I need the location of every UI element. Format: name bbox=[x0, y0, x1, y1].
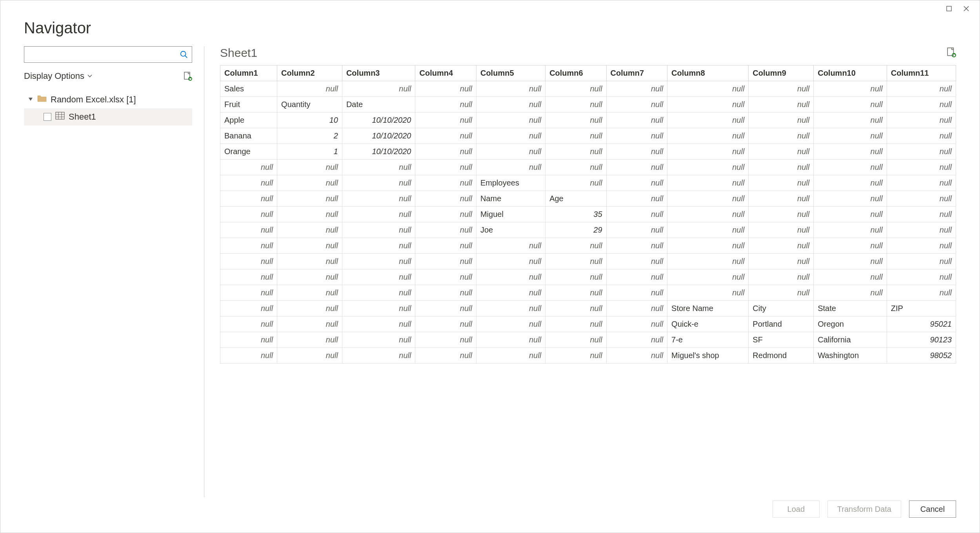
preview-table-wrap[interactable]: Column1Column2Column3Column4Column5Colum… bbox=[220, 65, 956, 364]
table-cell: null bbox=[277, 207, 342, 222]
right-panel: Sheet1 bbox=[204, 46, 956, 497]
table-cell: null bbox=[814, 207, 887, 222]
collapse-caret-icon[interactable] bbox=[28, 98, 33, 102]
table-cell: null bbox=[545, 113, 606, 128]
table-cell: null bbox=[667, 175, 749, 191]
refresh-preview-button[interactable] bbox=[947, 47, 956, 59]
table-cell: null bbox=[606, 175, 667, 191]
table-cell: null bbox=[415, 285, 476, 301]
table-cell: null bbox=[476, 97, 545, 113]
table-cell: null bbox=[887, 175, 956, 191]
refresh-tree-button[interactable] bbox=[184, 71, 192, 81]
close-icon bbox=[964, 6, 969, 11]
left-panel: Display Options bbox=[24, 46, 204, 497]
table-row: nullnullnullnullnullnullnull7-eSFCalifor… bbox=[220, 332, 956, 348]
table-cell: null bbox=[476, 317, 545, 332]
table-cell: null bbox=[887, 144, 956, 160]
column-header[interactable]: Column10 bbox=[814, 65, 887, 81]
search-box[interactable] bbox=[24, 46, 192, 63]
table-cell: null bbox=[606, 348, 667, 364]
table-cell: null bbox=[342, 332, 415, 348]
table-cell: null bbox=[814, 238, 887, 254]
table-cell: null bbox=[342, 191, 415, 207]
table-cell: null bbox=[814, 269, 887, 285]
table-cell: null bbox=[606, 113, 667, 128]
table-cell: 1 bbox=[277, 144, 342, 160]
table-cell: Quantity bbox=[277, 97, 342, 113]
table-cell: null bbox=[415, 269, 476, 285]
table-cell: null bbox=[749, 175, 814, 191]
table-cell: null bbox=[887, 285, 956, 301]
column-header[interactable]: Column7 bbox=[606, 65, 667, 81]
table-cell: 2 bbox=[277, 128, 342, 144]
column-header[interactable]: Column2 bbox=[277, 65, 342, 81]
table-cell: Store Name bbox=[667, 301, 749, 317]
table-cell: 7-e bbox=[667, 332, 749, 348]
transform-data-button[interactable]: Transform Data bbox=[827, 500, 901, 518]
table-cell: null bbox=[277, 191, 342, 207]
table-cell: null bbox=[545, 238, 606, 254]
table-cell: null bbox=[415, 191, 476, 207]
column-header[interactable]: Column6 bbox=[545, 65, 606, 81]
column-header[interactable]: Column8 bbox=[667, 65, 749, 81]
table-cell: City bbox=[749, 301, 814, 317]
column-header[interactable]: Column3 bbox=[342, 65, 415, 81]
tree-file-label: Random Excel.xlsx [1] bbox=[51, 95, 136, 105]
table-cell: null bbox=[220, 285, 277, 301]
column-header[interactable]: Column1 bbox=[220, 65, 277, 81]
column-header[interactable]: Column4 bbox=[415, 65, 476, 81]
search-input[interactable] bbox=[24, 50, 176, 59]
table-cell: null bbox=[606, 81, 667, 97]
table-cell: null bbox=[277, 254, 342, 269]
table-cell: null bbox=[887, 191, 956, 207]
column-header[interactable]: Column5 bbox=[476, 65, 545, 81]
table-cell: null bbox=[667, 144, 749, 160]
column-header[interactable]: Column11 bbox=[887, 65, 956, 81]
table-cell: ZIP bbox=[887, 301, 956, 317]
table-cell: null bbox=[342, 301, 415, 317]
table-cell: null bbox=[749, 285, 814, 301]
maximize-button[interactable] bbox=[940, 3, 958, 15]
load-button[interactable]: Load bbox=[773, 500, 820, 518]
table-cell: null bbox=[415, 317, 476, 332]
table-cell: null bbox=[220, 332, 277, 348]
column-header[interactable]: Column9 bbox=[749, 65, 814, 81]
close-button[interactable] bbox=[958, 3, 975, 15]
table-cell: null bbox=[606, 207, 667, 222]
table-cell: Apple bbox=[220, 113, 277, 128]
display-options-button[interactable]: Display Options bbox=[24, 71, 92, 81]
table-cell: State bbox=[814, 301, 887, 317]
table-cell: null bbox=[220, 207, 277, 222]
table-cell: Fruit bbox=[220, 97, 277, 113]
table-cell: Oregon bbox=[814, 317, 887, 332]
table-cell: null bbox=[545, 285, 606, 301]
tree-sheet-node[interactable]: Sheet1 bbox=[24, 108, 192, 126]
table-cell: null bbox=[749, 128, 814, 144]
table-cell: null bbox=[277, 301, 342, 317]
table-cell: Miguel's shop bbox=[667, 348, 749, 364]
dialog-body: Display Options bbox=[0, 46, 980, 497]
table-cell: null bbox=[667, 222, 749, 238]
table-cell: null bbox=[476, 332, 545, 348]
table-cell: null bbox=[749, 144, 814, 160]
table-cell: Miguel bbox=[476, 207, 545, 222]
table-cell: null bbox=[277, 317, 342, 332]
table-cell: Portland bbox=[749, 317, 814, 332]
tree-file-node[interactable]: Random Excel.xlsx [1] bbox=[24, 91, 192, 108]
table-cell: null bbox=[749, 238, 814, 254]
table-cell: null bbox=[220, 175, 277, 191]
table-row: nullnullnullnullnullnullnullStore NameCi… bbox=[220, 301, 956, 317]
table-cell: 10/10/2020 bbox=[342, 113, 415, 128]
table-cell: null bbox=[220, 317, 277, 332]
table-cell: null bbox=[476, 160, 545, 175]
table-cell: null bbox=[606, 191, 667, 207]
table-cell: null bbox=[814, 97, 887, 113]
table-cell: null bbox=[342, 254, 415, 269]
table-cell: null bbox=[342, 175, 415, 191]
svg-marker-7 bbox=[29, 98, 33, 101]
sheet-checkbox[interactable] bbox=[44, 113, 51, 121]
table-cell: null bbox=[342, 160, 415, 175]
table-cell: null bbox=[545, 269, 606, 285]
cancel-button[interactable]: Cancel bbox=[909, 500, 956, 518]
table-cell: null bbox=[415, 348, 476, 364]
